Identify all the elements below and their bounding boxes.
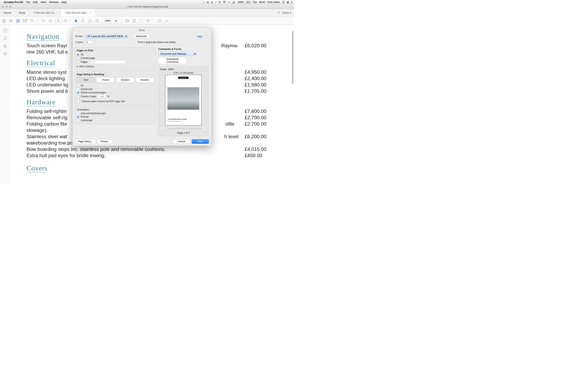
display-icon[interactable]: ▭ — [228, 1, 230, 4]
menubar-day[interactable]: Tue — [253, 1, 257, 4]
doc-text: h level — [224, 134, 238, 140]
tab-tools[interactable]: Tools — [15, 9, 29, 17]
radio-pages[interactable] — [77, 61, 79, 63]
app-name[interactable]: Acrobat Pro DC — [4, 1, 24, 4]
heading-electrical: Electrical — [26, 59, 55, 67]
svg-rect-2 — [250, 2, 251, 3]
attachments-icon[interactable] — [3, 44, 7, 48]
comment-icon[interactable] — [158, 19, 162, 23]
slider-knob[interactable] — [165, 127, 167, 130]
radio-portrait[interactable] — [77, 116, 79, 118]
print-icon[interactable] — [16, 19, 20, 23]
printer-select[interactable]: HP LaserJet 500 colorMFP M570dw... — [85, 34, 128, 38]
page-setup-button[interactable]: Page Setup... — [75, 139, 96, 144]
radio-all[interactable] — [77, 53, 79, 56]
close-window[interactable] — [2, 6, 4, 8]
menu-edit[interactable]: Edit — [33, 1, 38, 4]
timemachine-icon[interactable]: ↻ — [219, 1, 221, 4]
mail-icon[interactable] — [23, 19, 27, 23]
radio-landscape[interactable] — [77, 119, 79, 122]
help-link[interactable]: Help — [197, 35, 202, 38]
seg-poster[interactable]: Poster — [96, 77, 115, 83]
pages-input[interactable] — [89, 60, 126, 64]
select-tool-icon[interactable] — [74, 19, 78, 23]
fit-page-icon[interactable] — [132, 19, 136, 23]
help-icon[interactable]: ? — [278, 11, 279, 15]
cloud-icon[interactable] — [9, 19, 13, 23]
radio-shrink[interactable] — [77, 91, 79, 94]
status-icon[interactable]: ◌ — [203, 1, 205, 4]
search-icon[interactable] — [30, 19, 34, 23]
zoom-select[interactable]: 148% — [102, 18, 118, 23]
copies-stepper[interactable]: ▴▾ — [94, 40, 96, 44]
menu-help[interactable]: Help — [61, 1, 67, 4]
fullscreen-icon[interactable] — [139, 19, 143, 23]
radio-custom[interactable] — [77, 95, 79, 98]
siri-icon[interactable]: ◉ — [287, 1, 289, 4]
bookmarks-icon[interactable] — [3, 36, 7, 40]
help-icon[interactable]: ? — [205, 35, 208, 38]
print-button[interactable]: Print — [192, 139, 209, 144]
spotlight-icon[interactable] — [282, 1, 285, 4]
more-options[interactable]: ▸ More Options — [77, 65, 154, 68]
dropbox-icon[interactable]: ⧉ — [207, 1, 209, 4]
radio-fit[interactable] — [77, 84, 79, 87]
cc-icon[interactable]: ◎ — [211, 1, 213, 4]
cancel-button[interactable]: Cancel — [173, 139, 190, 144]
wifi-icon[interactable] — [223, 1, 226, 3]
choose-source-checkbox[interactable] — [77, 100, 79, 103]
orientation-label: Orientation: — [77, 108, 154, 111]
radio-auto[interactable] — [77, 112, 79, 115]
menubar-user[interactable]: Chris Oliver — [267, 1, 280, 4]
menu-file[interactable]: File — [26, 1, 30, 4]
comments-forms-label: Comments & Forms — [158, 48, 208, 50]
traffic-lights[interactable] — [2, 6, 11, 8]
seg-multiple[interactable]: Multiple — [116, 77, 134, 83]
page-down-icon[interactable] — [48, 19, 52, 23]
thumbnails-icon[interactable] — [3, 28, 7, 33]
advanced-button[interactable]: Advanced — [133, 34, 149, 38]
battery-icon[interactable] — [246, 1, 251, 3]
highlight-icon[interactable] — [164, 19, 169, 23]
prev-page-button[interactable]: < — [160, 127, 164, 130]
minimize-window[interactable] — [5, 6, 8, 8]
price: £4,015.00 — [245, 146, 275, 152]
save-icon[interactable] — [2, 19, 6, 23]
volume-icon[interactable]: 🔊 — [232, 1, 235, 4]
zoom-window[interactable] — [9, 6, 11, 8]
grayscale-checkbox[interactable] — [132, 41, 135, 44]
fit-width-icon[interactable] — [125, 19, 129, 23]
page-slider[interactable] — [165, 128, 202, 129]
close-icon[interactable]: × — [90, 11, 91, 14]
layers-icon[interactable] — [3, 52, 7, 55]
tab-doc-2[interactable]: 7.0m SOLAS Opti...× — [61, 9, 95, 17]
summarize-button[interactable]: Summarize Comments — [158, 57, 187, 64]
menubar-time[interactable]: 09:43 — [259, 1, 265, 4]
comments-forms-select[interactable]: Document and Markups — [158, 52, 197, 56]
zoom-in-icon[interactable] — [95, 19, 99, 23]
next-page-button[interactable]: > — [203, 127, 207, 130]
scrollbar-thumb[interactable] — [292, 31, 294, 84]
headphones-icon[interactable]: ∩ — [215, 1, 217, 4]
scrollbar[interactable] — [292, 25, 294, 167]
zoom-out-icon[interactable] — [88, 19, 92, 23]
radio-actual[interactable] — [77, 88, 79, 91]
copies-input[interactable] — [85, 40, 92, 44]
read-mode-icon[interactable] — [146, 19, 150, 23]
account-menu[interactable]: Chris ▾ — [282, 11, 291, 15]
info-icon[interactable]: i — [105, 73, 108, 76]
menu-window[interactable]: Window — [49, 1, 58, 4]
seg-booklet[interactable]: Booklet — [136, 77, 154, 83]
page-up-icon[interactable] — [42, 19, 45, 23]
custom-scale-input[interactable] — [98, 95, 106, 98]
page-input[interactable] — [55, 19, 61, 23]
printer-button[interactable]: Printer... — [98, 139, 113, 144]
hand-tool-icon[interactable] — [81, 19, 85, 23]
tab-home[interactable]: Home — [0, 9, 15, 17]
tab-doc-1[interactable]: Y719-341-001-11... — [29, 9, 61, 17]
macos-menubar: Acrobat Pro DC File Edit View Window Hel… — [0, 0, 294, 4]
seg-size[interactable]: Size — [77, 77, 95, 83]
radio-current[interactable] — [77, 57, 79, 59]
notifications-icon[interactable]: ≡ — [291, 1, 292, 4]
menu-view[interactable]: View — [40, 1, 46, 4]
